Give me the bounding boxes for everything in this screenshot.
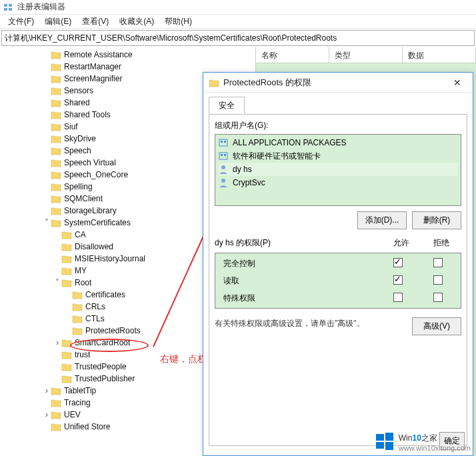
- deny-checkbox[interactable]: [433, 293, 443, 302]
- tree-label: Certificates: [85, 290, 125, 299]
- tree-label: UEV: [64, 410, 81, 419]
- folder-icon: [51, 398, 61, 407]
- packages-icon: [218, 137, 229, 148]
- expander-icon[interactable]: ˅: [43, 218, 51, 227]
- menu-bar: 文件(F) 编辑(E) 查看(V) 收藏夹(A) 帮助(H): [0, 15, 476, 29]
- deny-checkbox[interactable]: [433, 275, 443, 285]
- user-label: dy hs: [233, 165, 252, 174]
- col-type[interactable]: 类型: [329, 47, 403, 63]
- user-row[interactable]: ALL APPLICATION PACKAGES: [218, 136, 458, 149]
- user-label: CryptSvc: [233, 178, 265, 187]
- deny-checkbox[interactable]: [433, 258, 443, 267]
- tree-label: RestartManager: [64, 62, 121, 71]
- folder-icon: [51, 50, 61, 59]
- folder-icon: [51, 386, 61, 395]
- dialog-titlebar: ProtectedRoots 的权限 ✕: [203, 73, 473, 93]
- svg-point-14: [221, 165, 225, 169]
- user-row[interactable]: CryptSvc: [218, 176, 458, 189]
- folder-icon: [51, 422, 61, 431]
- menu-view[interactable]: 查看(V): [77, 15, 114, 29]
- folder-icon: [61, 230, 72, 239]
- address-bar[interactable]: 计算机\HKEY_CURRENT_USER\Software\Microsoft…: [1, 30, 475, 46]
- group-label: 组或用户名(G):: [215, 120, 461, 131]
- folder-icon: [61, 374, 72, 383]
- folder-icon: [51, 182, 61, 191]
- folder-icon: [61, 278, 72, 287]
- tab-security[interactable]: 安全: [209, 97, 245, 114]
- tree-label: ScreenMagnifier: [64, 74, 122, 83]
- list-header: 名称 类型 数据: [256, 47, 476, 63]
- deny-header: 拒绝: [421, 237, 461, 249]
- folder-icon: [61, 242, 72, 251]
- menu-favorites[interactable]: 收藏夹(A): [114, 15, 159, 29]
- close-icon[interactable]: ✕: [447, 77, 467, 88]
- user-row[interactable]: 软件和硬件证书或智能卡: [218, 149, 458, 163]
- folder-icon: [61, 350, 72, 359]
- tree-label: Speech: [64, 146, 91, 155]
- tree-label: Remote Assistance: [64, 50, 133, 59]
- permissions-list: 完全控制读取特殊权限: [215, 253, 461, 309]
- folder-icon: [209, 78, 219, 87]
- expander-icon[interactable]: ˅: [53, 278, 61, 287]
- remove-button[interactable]: 删除(R): [412, 211, 461, 229]
- users-listbox[interactable]: ALL APPLICATION PACKAGES软件和硬件证书或智能卡dy hs…: [215, 134, 461, 206]
- tree-label: SkyDrive: [64, 134, 96, 143]
- tree-label: ProtectedRoots: [85, 326, 141, 335]
- col-data[interactable]: 数据: [403, 47, 476, 63]
- folder-icon: [51, 410, 61, 419]
- folder-icon: [51, 62, 61, 71]
- tree-label: SQMClient: [64, 194, 103, 203]
- menu-edit[interactable]: 编辑(E): [39, 15, 77, 29]
- tree-label: MSIEHistoryJournal: [75, 254, 145, 263]
- tree-item-restartmanager[interactable]: RestartManager: [11, 61, 255, 73]
- tree-item-remote-assistance[interactable]: Remote Assistance: [11, 49, 255, 61]
- svg-rect-0: [4, 4, 7, 7]
- allow-checkbox[interactable]: [393, 258, 403, 267]
- folder-icon: [51, 86, 61, 95]
- user-icon: [218, 177, 229, 188]
- svg-rect-1: [9, 4, 12, 7]
- folder-icon: [61, 338, 72, 347]
- user-label: 软件和硬件证书或智能卡: [233, 151, 321, 162]
- folder-icon: [72, 314, 83, 323]
- tree-label: trust: [75, 350, 90, 359]
- app-title: 注册表编辑器: [17, 1, 65, 13]
- svg-rect-18: [376, 442, 384, 449]
- expander-icon[interactable]: ›: [43, 410, 51, 419]
- folder-icon: [51, 194, 61, 203]
- brand-text: Win10之家: [399, 430, 437, 443]
- permissions-label: dy hs 的权限(P) 允许 拒绝: [215, 237, 461, 249]
- menu-help[interactable]: 帮助(H): [159, 15, 197, 29]
- tree-label: Root: [75, 278, 91, 287]
- tree-label: CTLs: [85, 314, 105, 323]
- permission-name: 特殊权限: [218, 293, 378, 304]
- app-icon: [3, 2, 13, 13]
- allow-checkbox[interactable]: [393, 275, 403, 285]
- allow-checkbox[interactable]: [393, 293, 403, 302]
- user-icon: [218, 164, 229, 175]
- add-button[interactable]: 添加(D)...: [357, 211, 407, 229]
- folder-icon: [61, 362, 72, 371]
- expander-icon[interactable]: ›: [53, 338, 61, 347]
- dialog-title-text: ProtectedRoots 的权限: [223, 77, 447, 89]
- svg-rect-19: [385, 442, 393, 450]
- tree-label: Spelling: [64, 182, 93, 191]
- folder-icon: [51, 170, 61, 179]
- folder-icon: [51, 122, 61, 131]
- svg-rect-9: [221, 141, 223, 143]
- advanced-button[interactable]: 高级(V): [412, 317, 461, 335]
- svg-rect-17: [385, 433, 393, 441]
- user-row[interactable]: dy hs: [218, 163, 458, 176]
- user-buttons: 添加(D)... 删除(R): [215, 211, 461, 229]
- address-path: 计算机\HKEY_CURRENT_USER\Software\Microsoft…: [5, 33, 337, 44]
- folder-icon: [51, 110, 61, 119]
- svg-rect-13: [224, 154, 226, 156]
- tab-body: 组或用户名(G): ALL APPLICATION PACKAGES软件和硬件证…: [209, 114, 467, 446]
- menu-file[interactable]: 文件(F): [3, 15, 39, 29]
- folder-icon: [72, 290, 83, 299]
- expander-icon[interactable]: ›: [43, 386, 51, 395]
- col-name[interactable]: 名称: [256, 47, 329, 63]
- title-bar: 注册表编辑器: [0, 0, 476, 15]
- svg-rect-10: [224, 141, 226, 143]
- permission-row: 完全控制: [218, 255, 458, 272]
